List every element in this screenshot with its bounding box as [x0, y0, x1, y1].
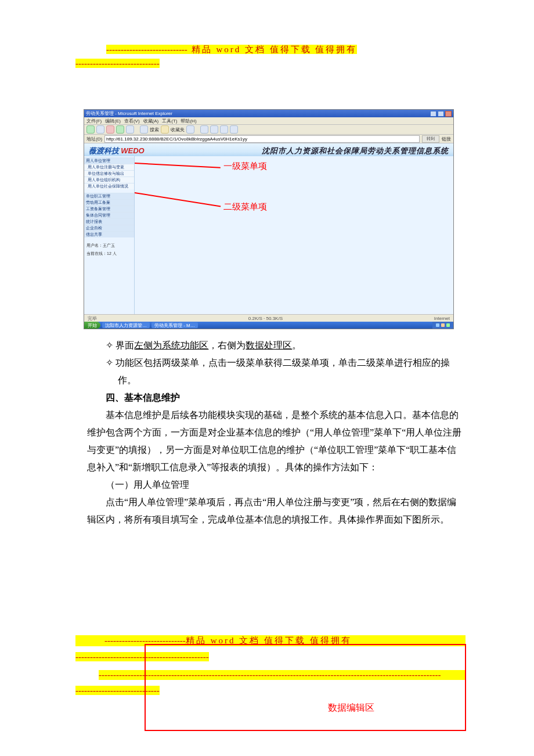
tray-icon [446, 323, 450, 327]
sidebar-item-self-check[interactable]: 企业自检 [84, 225, 134, 231]
sidebar-item-employee-mgmt[interactable]: 单位职工管理 [84, 193, 134, 199]
sidebar: 用人单位管理 用人单位注册与变更 单位信息修改与输出 用人单位组织机构 用人单位… [84, 156, 135, 315]
online-count-label: 当前在线：12 人 [86, 251, 132, 257]
annotation-label-level2: 二级菜单项 [223, 201, 267, 213]
search-label: 搜索 [150, 127, 159, 133]
sidebar-item-info-share[interactable]: 信息共享 [84, 231, 134, 237]
ie-titlebar: 劳动关系管理 - Microsoft Internet Explorer [84, 110, 453, 117]
back-icon[interactable] [86, 125, 95, 134]
mail-icon[interactable] [200, 125, 208, 134]
menu-file[interactable]: 文件(F) [86, 118, 102, 124]
taskbar-item-2[interactable]: 劳动关系管理 - M… [151, 322, 198, 328]
links-label: 链接 [442, 136, 451, 142]
taskbar-item-1[interactable]: 沈阳市人力资源管… [102, 322, 150, 328]
ie-toolbar: 搜索 收藏夹 [84, 125, 453, 135]
ie-window-title: 劳动关系管理 - Microsoft Internet Explorer [86, 110, 172, 117]
bullet-1: ✧ 界面左侧为系统功能区，右侧为数据处理区。 [87, 337, 464, 354]
forward-icon[interactable] [96, 125, 104, 134]
menu-view[interactable]: 查看(V) [124, 118, 140, 124]
sidebar-item-labor-filing[interactable]: 劳动用工备案 [84, 199, 134, 206]
status-right: Internet [434, 316, 450, 321]
data-edit-area-box [145, 644, 466, 731]
favorites-icon[interactable] [161, 125, 169, 134]
user-info-box: 用户名：王广玉 当前在线：12 人 [84, 241, 134, 258]
sidebar-item-stat-report[interactable]: 统计报表 [84, 218, 134, 225]
stop-icon[interactable] [106, 125, 114, 134]
paragraph-2: 点击“用人单位管理”菜单项后，再点击“用人单位注册与变更”项，然后在右侧的数据编… [87, 494, 464, 528]
menu-fav[interactable]: 收藏(A) [143, 118, 159, 124]
system-title: 沈阳市人力资源和社会保障局劳动关系管理信息系统 [262, 146, 449, 156]
refresh-icon[interactable] [116, 125, 124, 134]
ie-addressbar: 地址(D) 转到 链接 [84, 135, 453, 143]
menu-help[interactable]: 帮助(H) [181, 118, 196, 124]
sidebar-item-salary-filing[interactable]: 工资备案管理 [84, 206, 134, 212]
current-user-label: 用户名：王广玉 [86, 243, 132, 249]
search-icon[interactable] [140, 125, 148, 134]
ie-statusbar: 完毕 0.2K/S · 50.3K/S Internet [84, 314, 453, 322]
menu-tools[interactable]: 工具(T) [162, 118, 177, 124]
windows-taskbar: 开始 沈阳市人力资源管… 劳动关系管理 - M… [84, 322, 453, 329]
maximize-icon[interactable] [438, 111, 444, 117]
close-icon[interactable] [445, 111, 452, 117]
bullet-2: ✧ 功能区包括两级菜单，点击一级菜单获得二级菜单项，单击二级菜单进行相应的操作。 [87, 354, 464, 389]
diamond-icon: ✧ [106, 358, 116, 368]
diamond-icon: ✧ [106, 340, 116, 350]
sidebar-item-social-insurance[interactable]: 用人单位社会保障情况 [84, 183, 134, 189]
sidebar-item-register-change[interactable]: 用人单位注册与变更 [84, 164, 134, 170]
start-button[interactable]: 开始 [84, 322, 100, 329]
history-icon[interactable] [186, 125, 194, 134]
print-icon[interactable] [210, 125, 218, 134]
favorites-label: 收藏夹 [171, 127, 185, 133]
menu-edit[interactable]: 编辑(E) [105, 118, 121, 124]
go-button[interactable]: 转到 [422, 135, 439, 143]
ie-menubar: 文件(F) 编辑(E) 查看(V) 收藏(A) 工具(T) 帮助(H) [84, 117, 453, 125]
annotation-label-level1: 一级菜单项 [223, 161, 267, 172]
sidebar-item-org-structure[interactable]: 用人单位组织机构 [84, 177, 134, 183]
data-edit-area-label: 数据编辑区 [328, 702, 374, 714]
paragraph-1: 基本信息维护是后续各功能模块实现的基础，是整个系统的基本信息入口。基本信息的维护… [87, 406, 464, 476]
address-input[interactable] [104, 135, 420, 143]
heading-section-4: 四、基本信息维护 [87, 389, 464, 406]
brand-logo: 薇渡科技 WEDO [89, 146, 145, 156]
screenshot-ie-window: 劳动关系管理 - Microsoft Internet Explorer 文件(… [84, 109, 454, 329]
tray-icon [441, 323, 445, 327]
data-area [135, 156, 453, 315]
sidebar-item-collective-contract[interactable]: 集体合同管理 [84, 212, 134, 218]
home-icon[interactable] [126, 125, 134, 134]
address-label: 地址(D) [86, 136, 102, 142]
minimize-icon[interactable] [430, 111, 436, 117]
sidebar-item-info-edit-export[interactable]: 单位信息修改与输出 [84, 170, 134, 177]
status-left: 完毕 [88, 315, 97, 322]
messenger-icon[interactable] [230, 125, 238, 134]
edit-icon[interactable] [220, 125, 228, 134]
sidebar-item-employer-mgmt[interactable]: 用人单位管理 [84, 157, 134, 164]
subheading-4-1: （一）用人单位管理 [87, 476, 464, 494]
doc-header-line1: ---------------------------- 精品 word 文档 … [106, 44, 464, 55]
doc-header-line2: ----------------------------- [75, 59, 160, 69]
status-mid: 0.2K/S · 50.3K/S [248, 316, 283, 321]
system-tray [432, 322, 453, 329]
tray-icon [436, 323, 439, 327]
